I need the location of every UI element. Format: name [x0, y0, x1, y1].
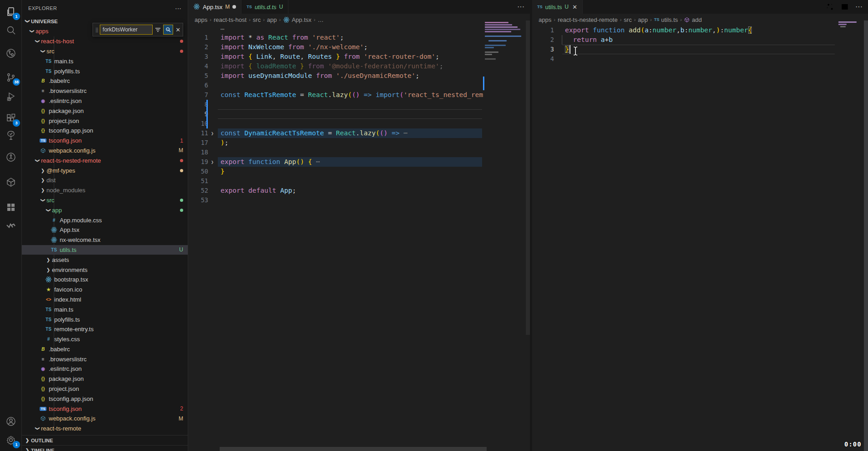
code-line-4[interactable]: 4 — [532, 54, 868, 64]
breadcrumb-item[interactable]: app — [638, 16, 648, 23]
fold-chevron-icon[interactable]: ❯ — [211, 157, 214, 167]
activity-search-icon[interactable] — [0, 21, 22, 39]
code-line-2[interactable]: 2import NxWelcome from './nx-welcome'; — [188, 42, 530, 52]
tree-item-project-json[interactable]: {}project.json — [22, 384, 188, 394]
activity-extensions-icon[interactable]: 3 — [0, 109, 22, 128]
activity-remote-graph-icon[interactable] — [0, 44, 22, 62]
tree-item-src[interactable]: ❯src — [22, 195, 188, 205]
dirty-dot-icon[interactable] — [232, 5, 236, 9]
activity-cube-logo-icon[interactable] — [0, 173, 22, 191]
filter-icon[interactable] — [155, 27, 161, 33]
tab-utils-d-ts[interactable]: TSutils.d.tsU — [241, 0, 288, 14]
code-line-7[interactable]: 7const ReactTsRemote = React.lazy(() => … — [188, 90, 530, 100]
code-line-8[interactable]: 8 — [188, 100, 530, 109]
horizontal-scrollbar-left[interactable] — [220, 447, 487, 451]
tree-item--mf-types[interactable]: ❯@mf-types — [22, 165, 188, 175]
fuzzy-search-toggle[interactable] — [163, 25, 173, 35]
code-line-52[interactable]: 52export default App; — [188, 186, 530, 195]
tree-item-node-modules[interactable]: ❯node_modules — [22, 185, 188, 195]
tree-item-main-ts[interactable]: TSmain.ts — [22, 56, 188, 66]
code-line-51[interactable]: 51 — [188, 176, 530, 186]
tree-item-react-ts-nested-remote[interactable]: ❯react-ts-nested-remote — [22, 155, 188, 165]
find-input[interactable] — [100, 25, 153, 35]
activity-accounts-icon[interactable] — [0, 412, 22, 430]
more-actions-icon[interactable]: ··· — [855, 3, 863, 11]
code-line-5[interactable]: 5import useDynamicModule from './useDyna… — [188, 71, 530, 81]
tree-item-environments[interactable]: ❯environments — [22, 265, 188, 275]
close-icon[interactable]: ✕ — [175, 26, 180, 33]
code-line-10[interactable]: 10 — [188, 119, 530, 128]
tree-item-index-html[interactable]: <>index.html — [22, 295, 188, 305]
tree-item-styles-css[interactable]: #styles.css — [22, 334, 188, 344]
breadcrumb-item[interactable]: react-ts-nested-remote — [558, 16, 618, 23]
breadcrumb-item[interactable]: app — [267, 16, 277, 23]
tree-item-assets[interactable]: ❯assets — [22, 255, 188, 265]
breadcrumb-item[interactable]: add — [684, 16, 702, 23]
tab-utils-ts[interactable]: TSutils.tsU✕ — [532, 0, 583, 14]
outline-section-header[interactable]: ❯ OUTLINE — [22, 435, 188, 445]
drag-grip-icon[interactable]: ⣿ — [95, 27, 98, 32]
code-line-1[interactable]: 1export function add(a:number,b:number,)… — [532, 26, 868, 35]
breadcrumb-item[interactable]: App.tsx — [283, 16, 311, 23]
tree-item-src[interactable]: ❯src — [22, 46, 188, 56]
code-line-6[interactable]: 6 — [188, 81, 530, 90]
breadcrumb-item[interactable]: src — [624, 16, 632, 23]
minimap-left[interactable] — [483, 14, 525, 451]
tree-item-webpack-config-js[interactable]: webpack.config.jsM — [22, 146, 188, 156]
breadcrumb-item[interactable]: … — [318, 16, 324, 23]
tree-item-package-json[interactable]: {}package.json — [22, 106, 188, 116]
activity-source-control-icon[interactable]: 38 — [0, 68, 22, 87]
code-line-3[interactable]: 3} — [532, 45, 868, 54]
tree-item--browserslistrc[interactable]: ≡.browserslistrc — [22, 86, 188, 96]
activity-zigzag-icon[interactable] — [0, 217, 22, 235]
code-line-3[interactable]: 3import { Link, Route, Routes } from 're… — [188, 52, 530, 62]
activity-circle-graph-icon[interactable] — [0, 148, 22, 166]
tree-item-app-module-css[interactable]: #App.module.css — [22, 215, 188, 225]
vertical-scrollbar-left[interactable] — [526, 20, 530, 335]
vertical-scrollbar-right[interactable] — [864, 20, 868, 451]
tab-app-tsx[interactable]: App.tsxM — [188, 0, 241, 14]
tree-item-react-ts-host[interactable]: ❯react-ts-host — [22, 36, 188, 46]
tree-item-tsconfig-app-json[interactable]: {}tsconfig.app.json — [22, 394, 188, 404]
more-actions-icon[interactable]: ··· — [517, 3, 524, 11]
code-line-17[interactable]: 17); — [188, 138, 530, 148]
tree-item-nx-welcome-tsx[interactable]: nx-welcome.tsx — [22, 235, 188, 245]
code-line-9[interactable]: 9 — [188, 109, 530, 119]
tree-item--eslintrc-json[interactable]: ◉.eslintrc.json — [22, 364, 188, 374]
activity-explorer-icon[interactable]: 1 — [0, 3, 22, 21]
tree-item-utils-ts[interactable]: TSutils.tsU — [22, 245, 188, 255]
tree-item-package-json[interactable]: {}package.json — [22, 374, 188, 384]
open-changes-icon[interactable] — [826, 3, 834, 11]
breadcrumb-item[interactable]: apps — [539, 16, 551, 23]
tree-item-polyfills-ts[interactable]: TSpolyfills.ts — [22, 66, 188, 76]
tree-item-favicon-ico[interactable]: ★favicon.ico — [22, 285, 188, 295]
activity-grid-icon[interactable] — [0, 198, 22, 216]
tree-item-project-json[interactable]: {}project.json — [22, 116, 188, 126]
minimap-right[interactable] — [837, 14, 864, 451]
breadcrumb-item[interactable]: src — [253, 16, 261, 23]
tree-item-tsconfig-json[interactable]: TStsconfig.json2 — [22, 404, 188, 414]
activity-run-debug-icon[interactable] — [0, 87, 22, 106]
tree-item-main-ts[interactable]: TSmain.ts — [22, 304, 188, 314]
tree-item--eslintrc-json[interactable]: ◉.eslintrc.json — [22, 96, 188, 106]
code-line-19[interactable]: 19❯export function App() { ⋯ — [188, 157, 530, 167]
fold-chevron-icon[interactable]: ❯ — [211, 128, 214, 138]
breadcrumb-item[interactable]: TSutils.ts — [654, 16, 678, 23]
tree-item-tsconfig-json[interactable]: TStsconfig.json1 — [22, 136, 188, 146]
tree-item--babelrc[interactable]: B.babelrc — [22, 344, 188, 354]
code-line-18[interactable]: 18 — [188, 148, 530, 157]
code-line-x[interactable]: ⋯ — [188, 26, 530, 33]
tree-item--browserslistrc[interactable]: ≡.browserslistrc — [22, 354, 188, 364]
breadcrumb-item[interactable]: apps — [195, 16, 207, 23]
tree-item-react-ts-remote[interactable]: ❯react-ts-remote — [22, 424, 188, 434]
tree-item-bootstrap-tsx[interactable]: bootstrap.tsx — [22, 275, 188, 285]
close-tab-icon[interactable]: ✕ — [572, 4, 577, 10]
sidebar-more-actions-icon[interactable]: ··· — [175, 5, 181, 12]
tree-item-tsconfig-app-json[interactable]: {}tsconfig.app.json — [22, 126, 188, 136]
tree-item-app-tsx[interactable]: App.tsx — [22, 225, 188, 235]
activity-settings-icon[interactable]: 1 — [0, 431, 22, 449]
tree-item-dist[interactable]: ❯dist — [22, 175, 188, 185]
code-line-11[interactable]: 11❯const DynamicReactTsRemote = React.la… — [188, 128, 530, 138]
tree-item-remote-entry-ts[interactable]: TSremote-entry.ts — [22, 324, 188, 334]
tree-item-webpack-config-js[interactable]: webpack.config.jsM — [22, 414, 188, 424]
